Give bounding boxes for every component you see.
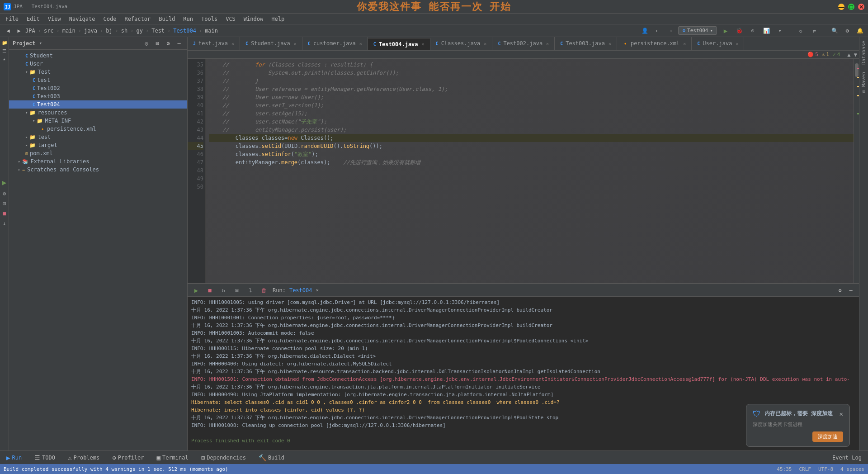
project-options-icon[interactable]: ⚙ bbox=[164, 39, 173, 48]
run-panel-scroll-end[interactable]: ⤵ bbox=[245, 285, 255, 295]
sidebar-icon-structure[interactable]: ☰ bbox=[1, 47, 8, 54]
tree-item-user[interactable]: C User bbox=[9, 60, 187, 68]
breadcrumb-test004[interactable]: Test004 bbox=[173, 28, 196, 34]
run-panel-rerun[interactable]: ↻ bbox=[218, 285, 228, 295]
toolbar-run-button[interactable]: ▶ Run bbox=[4, 453, 24, 462]
run-panel-clear[interactable]: 🗑 bbox=[259, 285, 269, 295]
run-panel-filter[interactable]: ⊟ bbox=[232, 285, 242, 295]
update-button[interactable]: ↻ bbox=[796, 26, 806, 36]
tab-close-icon[interactable]: ✕ bbox=[359, 41, 362, 46]
event-log-button[interactable]: Event Log bbox=[830, 454, 864, 462]
warnings-nav[interactable]: ▲ ▼ bbox=[847, 52, 857, 58]
run-panel-play[interactable]: ▶ bbox=[191, 285, 201, 295]
config-action-icon[interactable]: ⚙ bbox=[3, 190, 6, 197]
tab-close-icon[interactable]: ✕ bbox=[294, 41, 297, 46]
breadcrumb-jpa[interactable]: JPA bbox=[25, 28, 35, 34]
minimize-button[interactable]: — bbox=[838, 4, 844, 10]
notifications-button[interactable]: 🔔 bbox=[855, 26, 864, 35]
toolbar-profiler-button[interactable]: ⊙ Profiler bbox=[109, 453, 146, 462]
right-tab-maven[interactable]: m Maven bbox=[859, 68, 868, 96]
tree-item-external-libs[interactable]: ▸ 📚 External Libraries bbox=[9, 157, 187, 166]
tab-test004-java[interactable]: C Test004.java ✕ bbox=[368, 38, 430, 51]
close-button[interactable]: ✕ bbox=[858, 4, 864, 10]
file-encoding[interactable]: UTF-8 bbox=[818, 466, 833, 472]
toolbar-dependencies-button[interactable]: ⊞ Dependencies bbox=[198, 453, 249, 462]
menu-item-code[interactable]: Code bbox=[100, 15, 120, 23]
code-editor[interactable]: 35 36 37 38 39 40 41 42 43 44 45 46 47 4… bbox=[188, 59, 859, 283]
settings-button[interactable]: ⚙ bbox=[843, 26, 852, 35]
tab-classes-java[interactable]: C Classes.java ✕ bbox=[430, 37, 493, 50]
tree-item-test-root[interactable]: ▸ 📁 test bbox=[9, 133, 187, 141]
breadcrumb-java[interactable]: java bbox=[84, 28, 97, 34]
line-ending[interactable]: CRLF bbox=[799, 466, 811, 472]
nav-search-everywhere[interactable]: 👤 bbox=[640, 26, 649, 35]
tab-test003-java[interactable]: C Test003.java ✕ bbox=[555, 37, 617, 50]
project-close-icon[interactable]: — bbox=[175, 39, 184, 48]
sync-button[interactable]: ⇄ bbox=[809, 26, 819, 36]
breadcrumb-src[interactable]: src bbox=[44, 28, 54, 34]
tree-item-test003[interactable]: C Test003 bbox=[9, 92, 187, 100]
tab-close-icon[interactable]: ✕ bbox=[609, 41, 611, 46]
breadcrumb-gy[interactable]: gy bbox=[137, 28, 143, 34]
tab-close-icon[interactable]: ✕ bbox=[683, 41, 686, 46]
tab-student-java[interactable]: C Student.java ✕ bbox=[240, 37, 302, 50]
menu-item-view[interactable]: View bbox=[44, 15, 65, 23]
tab-test-java[interactable]: J test.java ✕ bbox=[188, 37, 240, 50]
forward-button[interactable]: ▶ bbox=[14, 26, 24, 35]
coverage-button[interactable]: ⊙ bbox=[748, 26, 758, 36]
tree-item-test-folder[interactable]: ▾ 📁 Test bbox=[9, 68, 187, 76]
breadcrumb-method[interactable]: main bbox=[205, 28, 218, 34]
profile-button[interactable]: 📊 bbox=[761, 26, 771, 36]
toolbar-terminal-button[interactable]: ▣ Terminal bbox=[154, 453, 191, 462]
maximize-button[interactable]: □ bbox=[848, 4, 854, 10]
right-tab-database[interactable]: Database bbox=[859, 37, 868, 68]
run-close-icon[interactable]: ✕ bbox=[316, 287, 319, 293]
tab-close-icon[interactable]: ✕ bbox=[422, 42, 425, 47]
nav-forward-icon[interactable]: → bbox=[665, 26, 675, 35]
tab-close-icon[interactable]: ✕ bbox=[546, 41, 549, 46]
scrollbar-thumb[interactable] bbox=[855, 63, 859, 77]
error-count[interactable]: 🔴 5 bbox=[807, 52, 818, 57]
menu-item-edit[interactable]: Edit bbox=[23, 15, 43, 23]
ok-count[interactable]: ✓ 4 bbox=[833, 52, 840, 57]
tree-item-test-file[interactable]: C test bbox=[9, 76, 187, 84]
tree-item-student[interactable]: C Student bbox=[9, 52, 187, 60]
tab-persistence-xml[interactable]: 🔸 persistence.xml ✕ bbox=[617, 37, 692, 50]
menu-item-navigate[interactable]: Navigate bbox=[66, 15, 99, 23]
tree-item-test002[interactable]: C Test002 bbox=[9, 84, 187, 92]
warning-count[interactable]: ⚠ 1 bbox=[822, 52, 829, 57]
sidebar-icon-bookmark[interactable]: ★ bbox=[1, 55, 8, 62]
back-button[interactable]: ◀ bbox=[4, 26, 13, 35]
tab-close-icon[interactable]: ✕ bbox=[231, 41, 234, 46]
more-run-options[interactable]: ▾ bbox=[775, 26, 785, 36]
scroll-action-icon[interactable]: ↓ bbox=[3, 220, 6, 227]
cursor-position[interactable]: 45:35 bbox=[777, 466, 792, 472]
debug-button[interactable]: 🐞 bbox=[734, 26, 744, 36]
code-content[interactable]: // for (Classes classes : resultList) { … bbox=[206, 59, 859, 283]
menu-item-run[interactable]: Run bbox=[179, 15, 197, 23]
menu-item-build[interactable]: Build bbox=[155, 15, 179, 23]
breadcrumb-main[interactable]: main bbox=[62, 28, 75, 34]
run-config-selector[interactable]: ⚙ Test004 ▾ bbox=[678, 26, 717, 35]
run-button[interactable]: ▶ bbox=[721, 26, 731, 36]
search-button[interactable]: 🔍 bbox=[830, 26, 839, 35]
project-locate-icon[interactable]: ◎ bbox=[142, 39, 151, 48]
notification-close-icon[interactable]: ✕ bbox=[840, 410, 843, 417]
tree-item-pom-xml[interactable]: m pom.xml bbox=[9, 149, 187, 157]
project-dropdown[interactable]: ▾ bbox=[39, 40, 42, 46]
tab-user-java[interactable]: C User.java ✕ bbox=[692, 37, 744, 50]
run-panel-collapse[interactable]: — bbox=[846, 286, 855, 295]
indent-setting[interactable]: 4 spaces bbox=[840, 466, 864, 472]
menu-item-vcs[interactable]: VCS bbox=[222, 15, 239, 23]
filter-action-icon[interactable]: ⊟ bbox=[3, 200, 6, 207]
tree-item-meta-inf[interactable]: ▾ 📁 META-INF bbox=[9, 117, 187, 125]
menu-item-help[interactable]: Help bbox=[268, 15, 288, 23]
tab-close-icon[interactable]: ✕ bbox=[736, 41, 738, 46]
tab-test002-java[interactable]: C Test002.java ✕ bbox=[492, 37, 555, 50]
notification-action-button[interactable]: 深度加速 bbox=[812, 431, 843, 442]
breadcrumb-bj[interactable]: bj bbox=[106, 28, 112, 34]
nav-back-icon[interactable]: ← bbox=[653, 26, 662, 35]
tree-item-scratches[interactable]: ▸ ✏ Scratches and Consoles bbox=[9, 166, 187, 174]
run-panel-stop[interactable]: ■ bbox=[205, 285, 215, 295]
tree-item-persistence-xml[interactable]: 🔸 persistence.xml bbox=[9, 125, 187, 133]
